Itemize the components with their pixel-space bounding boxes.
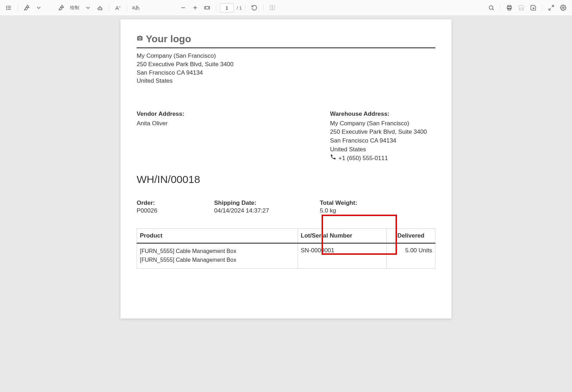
svg-point-19 — [562, 7, 564, 9]
svg-rect-11 — [273, 6, 275, 10]
svg-line-18 — [549, 8, 551, 10]
print-icon[interactable] — [504, 2, 515, 13]
svg-line-17 — [552, 5, 554, 7]
th-product: Product — [137, 229, 298, 244]
pen-icon[interactable] — [56, 2, 67, 13]
camera-icon — [137, 34, 143, 44]
save-as-icon[interactable] — [528, 2, 539, 13]
shipping-date-value: 04/14/2024 14:37:27 — [214, 207, 313, 214]
th-delivered: Delivered — [387, 229, 435, 244]
order-label: Order: — [137, 200, 207, 207]
save-icon[interactable] — [516, 2, 527, 13]
fit-width-icon[interactable] — [202, 2, 212, 13]
eraser-icon[interactable] — [95, 2, 105, 13]
svg-point-4 — [6, 7, 7, 8]
total-weight-value: 5.0 kg — [320, 207, 390, 214]
meta-row: Order: P00026 Shipping Date: 04/14/2024 … — [137, 200, 435, 214]
draw-label[interactable]: 绘制 — [68, 2, 81, 13]
svg-line-13 — [492, 9, 494, 10]
text-lang-icon[interactable]: aあ — [131, 2, 141, 13]
page-layout-icon[interactable] — [267, 2, 278, 13]
page-total: / 1 — [237, 5, 242, 11]
svg-point-3 — [6, 6, 7, 7]
document-number: WH/IN/00018 — [137, 173, 435, 185]
logo-text: Your logo — [146, 33, 191, 45]
zoom-out-icon[interactable] — [178, 2, 188, 13]
svg-point-5 — [6, 9, 7, 10]
phone-icon — [330, 154, 336, 163]
page-number-input[interactable] — [220, 3, 234, 12]
header-rule — [137, 48, 435, 48]
highlighter-dropdown-icon[interactable] — [33, 2, 44, 13]
warehouse-address: Warehouse Address: My Company (San Franc… — [249, 110, 435, 163]
table-row: [FURN_5555] Cable Management Box [FURN_5… — [137, 243, 435, 268]
shipping-date-label: Shipping Date: — [214, 200, 313, 207]
pdf-toolbar: 绘制 A» aあ / 1 — [0, 0, 572, 16]
vendor-address: Vendor Address: Anita Oliver — [137, 110, 242, 163]
toc-icon[interactable] — [4, 2, 14, 13]
settings-icon[interactable] — [558, 2, 568, 13]
zoom-in-icon[interactable] — [190, 2, 200, 13]
order-value: P00026 — [137, 207, 207, 214]
search-icon[interactable] — [486, 2, 497, 13]
document-page: Your logo My Company (San Francisco) 250… — [120, 19, 452, 318]
svg-rect-10 — [270, 6, 272, 10]
expand-icon[interactable] — [546, 2, 557, 13]
svg-point-12 — [489, 6, 493, 10]
rotate-icon[interactable] — [249, 2, 260, 13]
logo-placeholder: Your logo — [137, 33, 435, 45]
total-weight-label: Total Weight: — [320, 200, 390, 207]
text-style-icon[interactable]: A» — [113, 2, 123, 13]
th-lot: Lot/Serial Number — [298, 229, 386, 244]
company-address: My Company (San Francisco) 250 Executive… — [137, 52, 435, 85]
draw-dropdown-icon[interactable] — [83, 2, 93, 13]
items-table: Product Lot/Serial Number Delivered [FUR… — [137, 228, 435, 268]
highlighter-icon[interactable] — [21, 2, 32, 13]
